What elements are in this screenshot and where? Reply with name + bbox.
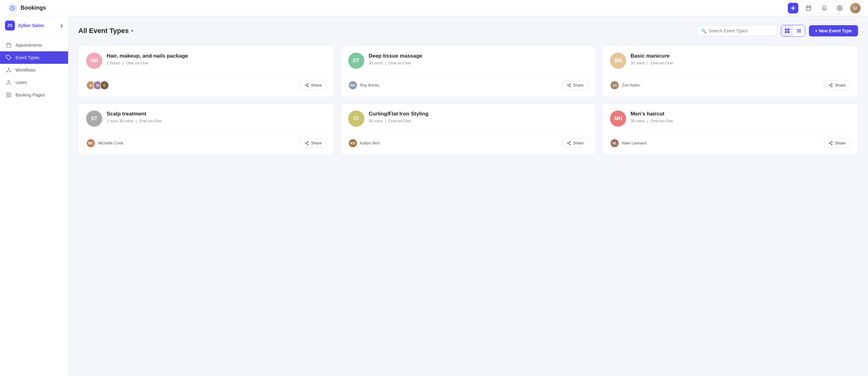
host-avatar: RB (348, 81, 358, 90)
search-box[interactable]: 🔍 (696, 26, 777, 36)
share-icon (567, 83, 571, 87)
notifications-button[interactable] (819, 3, 830, 13)
svg-line-55 (568, 142, 569, 143)
share-icon (305, 83, 309, 87)
svg-line-45 (830, 84, 831, 85)
page-title-wrap: All Event Types ▾ (79, 27, 133, 35)
host-avatar-wrap: ZA (610, 81, 619, 90)
sidebar-item-booking-pages[interactable]: Booking Pages (0, 89, 68, 101)
host-name: Nate Leonard (622, 141, 646, 145)
card-bottom: ABC Share (86, 75, 327, 90)
card-top: MH Men's haircut 30 mins | One-on-One (610, 111, 850, 127)
main-header: All Event Types ▾ 🔍 (79, 25, 858, 37)
sidebar-item-workflows[interactable]: Workflows (0, 64, 68, 76)
share-icon (305, 141, 309, 145)
svg-rect-21 (9, 93, 11, 94)
share-icon (829, 83, 833, 87)
svg-rect-3 (806, 6, 811, 10)
grid-view-button[interactable] (781, 25, 793, 36)
host-avatar-wrap: NL (610, 139, 619, 148)
host-avatar: C (100, 81, 109, 90)
calendar-button[interactable] (803, 3, 814, 13)
share-button[interactable]: Share (562, 138, 589, 148)
card-avatar: MH (610, 111, 626, 127)
view-toggles (781, 25, 805, 37)
share-button[interactable]: Share (300, 80, 327, 90)
sidebar-item-users[interactable]: Users (0, 76, 68, 89)
calendar-icon (6, 42, 12, 48)
share-button[interactable]: Share (562, 80, 589, 90)
card-info: Scalp treatment 1 hour 30 mins | One-on-… (106, 111, 327, 123)
card-avatar: HM (86, 53, 102, 69)
event-card-basic-manicure[interactable]: BM Basic manicure 30 mins | One-on-One Z… (602, 46, 858, 97)
svg-rect-23 (6, 95, 8, 97)
settings-button[interactable] (834, 3, 845, 13)
card-bottom: RB Roy Banks Share (348, 75, 589, 90)
sidebar-label-booking-pages: Booking Pages (16, 92, 45, 97)
card-meta: 30 mins | One-on-One (369, 61, 589, 65)
svg-rect-26 (785, 31, 787, 33)
svg-rect-27 (787, 31, 789, 33)
topnav: Bookings U (0, 0, 868, 16)
event-card-hair-makeup[interactable]: HM Hair, makeup, and nails package 2 hou… (79, 46, 334, 97)
app-title: Bookings (21, 5, 46, 11)
topnav-actions: U (788, 3, 861, 13)
sidebar-item-event-types[interactable]: Event Types (0, 51, 68, 64)
share-button[interactable]: Share (824, 138, 850, 148)
workspace-name: Zylker Salon (18, 23, 44, 28)
share-icon (829, 141, 833, 145)
search-icon: 🔍 (701, 28, 706, 33)
svg-point-19 (8, 80, 10, 82)
host-name: Roy Banks (360, 83, 380, 87)
page-title-chevron-icon[interactable]: ▾ (131, 28, 133, 33)
workspace-badge: ZS (5, 21, 15, 30)
card-name: Scalp treatment (106, 111, 327, 117)
new-event-button[interactable]: + New Event Type (809, 25, 858, 36)
search-input[interactable] (709, 28, 773, 33)
card-meta: 1 hour 30 mins | One-on-One (106, 119, 327, 123)
svg-rect-20 (6, 93, 8, 94)
svg-line-49 (306, 143, 307, 144)
card-bottom: MC Michelle Cook Share (86, 133, 327, 148)
host-avatar: NL (610, 139, 619, 148)
card-hosts: ABC (86, 81, 109, 90)
card-avatar: ST (86, 111, 102, 127)
share-button[interactable]: Share (824, 80, 850, 90)
svg-rect-22 (9, 95, 11, 97)
sidebar-label-appointments: Appointments (16, 42, 42, 48)
workspace-info: ZS Zylker Salon (5, 21, 44, 30)
workspace-chevron-icon: ❯ (60, 23, 63, 28)
card-bottom: ZA Zuri Aiden Share (610, 75, 850, 90)
event-card-curling-styling[interactable]: CI Curling/Flat Iron Styling 30 mins | O… (340, 103, 596, 155)
event-card-deep-tissue[interactable]: DT Deep tissue massage 30 mins | One-on-… (340, 46, 596, 97)
user-avatar[interactable]: U (850, 3, 861, 13)
svg-line-50 (306, 142, 307, 143)
app-logo (7, 3, 18, 13)
card-info: Men's haircut 30 mins | One-on-One (630, 111, 850, 123)
card-info: Curling/Flat Iron Styling 30 mins | One-… (369, 111, 589, 123)
workspace-selector[interactable]: ZS Zylker Salon ❯ (0, 16, 68, 35)
card-name: Men's haircut (630, 111, 850, 117)
add-button[interactable] (788, 3, 798, 13)
svg-rect-8 (6, 43, 11, 48)
svg-line-60 (830, 142, 831, 143)
card-info: Deep tissue massage 30 mins | One-on-One (369, 53, 589, 65)
sidebar-item-appointments[interactable]: Appointments (0, 39, 68, 51)
share-button[interactable]: Share (300, 138, 327, 148)
sidebar-label-workflows: Workflows (16, 67, 35, 73)
svg-line-34 (306, 85, 307, 86)
list-view-button[interactable] (793, 25, 805, 36)
host-avatar: ZA (610, 81, 619, 90)
card-hosts: RB Roy Banks (348, 81, 380, 90)
card-bottom: KB Katlyn Bird Share (348, 133, 589, 148)
card-top: DT Deep tissue massage 30 mins | One-on-… (348, 53, 589, 69)
host-name: Michelle Cook (98, 141, 123, 145)
event-card-scalp-treatment[interactable]: ST Scalp treatment 1 hour 30 mins | One-… (79, 103, 334, 155)
host-avatars-group: ABC (86, 81, 109, 90)
sidebar-label-event-types: Event Types (16, 55, 39, 60)
card-avatar: BM (610, 53, 626, 69)
event-card-mens-haircut[interactable]: MH Men's haircut 30 mins | One-on-One NL… (602, 103, 858, 155)
svg-line-35 (306, 84, 307, 85)
svg-rect-24 (785, 29, 787, 30)
main-content: All Event Types ▾ 🔍 (68, 16, 868, 376)
